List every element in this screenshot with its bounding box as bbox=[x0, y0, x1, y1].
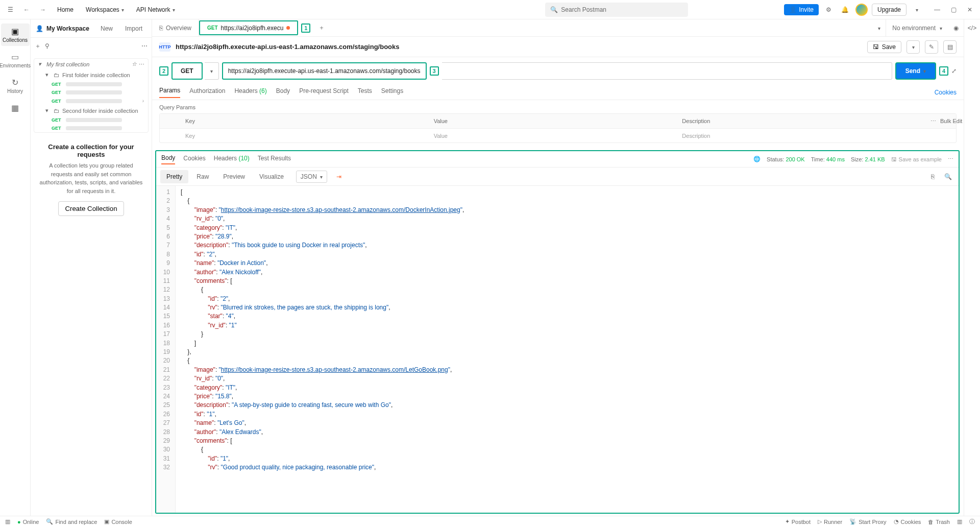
tab-overview[interactable]: ⎘ Overview bbox=[152, 19, 199, 36]
back-icon[interactable]: ← bbox=[20, 4, 33, 16]
footer-online[interactable]: ●Online bbox=[17, 519, 39, 525]
search-input[interactable]: 🔍 Search Postman bbox=[545, 3, 688, 17]
rail-history[interactable]: ↻ History bbox=[1, 75, 30, 97]
forward-icon[interactable]: → bbox=[37, 4, 49, 16]
menu-icon[interactable]: ☰ bbox=[4, 4, 16, 16]
qp-value-header: Value bbox=[429, 118, 677, 124]
url-input[interactable]: https://ai2jo8ipfh.execute-api.us-east-1… bbox=[222, 62, 427, 80]
window-maximize-icon[interactable]: ▢ bbox=[947, 4, 960, 16]
footer-panel-icon[interactable]: ▥ bbox=[5, 518, 10, 525]
api-network-dropdown[interactable]: API Network bbox=[132, 4, 179, 15]
collection-more-icon[interactable]: ⋯ bbox=[138, 61, 144, 67]
subtab-authorization[interactable]: Authorization bbox=[189, 87, 225, 98]
workspace-name[interactable]: 👤 My Workspace bbox=[36, 25, 92, 32]
view-preview[interactable]: Preview bbox=[217, 170, 251, 183]
window-minimize-icon[interactable]: — bbox=[931, 4, 943, 16]
edit-icon[interactable]: ✎ bbox=[925, 40, 938, 54]
expand-icon[interactable]: ⤢ bbox=[951, 67, 957, 75]
method-select[interactable]: GET bbox=[172, 62, 203, 80]
resp-tab-cookies[interactable]: Cookies bbox=[183, 155, 205, 164]
footer-help-icon[interactable]: ⓘ bbox=[969, 518, 975, 525]
import-button[interactable]: Import bbox=[121, 23, 146, 34]
subtab-body[interactable]: Body bbox=[276, 87, 290, 98]
save-button[interactable]: 🖫 Save bbox=[867, 41, 901, 53]
star-icon[interactable]: ☆ bbox=[132, 61, 137, 67]
code-snippet-icon[interactable]: </> bbox=[968, 25, 976, 32]
view-raw[interactable]: Raw bbox=[190, 170, 215, 183]
save-as-example-button[interactable]: 🖫Save as example bbox=[891, 156, 942, 162]
resp-tab-body[interactable]: Body bbox=[161, 154, 175, 164]
request-row[interactable]: GET bbox=[34, 124, 148, 132]
footer-trash[interactable]: 🗑Trash bbox=[928, 519, 950, 525]
cookies-link[interactable]: Cookies bbox=[935, 89, 957, 96]
url-input-rest[interactable] bbox=[442, 62, 892, 80]
subtab-params[interactable]: Params bbox=[159, 87, 180, 98]
collection-row[interactable]: ▾My first collection ☆ ⋯ bbox=[34, 59, 148, 69]
search-placeholder: Search Postman bbox=[561, 6, 606, 13]
view-pretty[interactable]: Pretty bbox=[160, 170, 188, 183]
footer-cookies[interactable]: ◔Cookies bbox=[894, 518, 921, 525]
rail-collections[interactable]: ▣ Collections bbox=[1, 23, 30, 46]
footer-postbot[interactable]: ✦Postbot bbox=[785, 518, 811, 525]
request-row[interactable]: GET› bbox=[34, 97, 148, 105]
footer-console[interactable]: ▣Console bbox=[104, 518, 132, 525]
copy-icon[interactable]: ⎘ bbox=[926, 170, 939, 183]
window-close-icon[interactable]: ✕ bbox=[964, 4, 976, 16]
folder-row-2[interactable]: ▾🗀 Second folder inside collection bbox=[34, 105, 148, 116]
environment-label: No environment bbox=[892, 25, 936, 32]
invite-button[interactable]: 👤 Invite bbox=[784, 4, 819, 15]
footer-runner[interactable]: ▷Runner bbox=[818, 518, 842, 525]
footer-find-replace[interactable]: 🔍Find and replace bbox=[46, 518, 97, 525]
environment-select[interactable]: No environment bbox=[886, 19, 948, 36]
callout-1: 1 bbox=[301, 23, 310, 33]
subtab-settings[interactable]: Settings bbox=[381, 87, 403, 98]
save-chevron[interactable] bbox=[906, 40, 920, 54]
subtab-tests[interactable]: Tests bbox=[358, 87, 372, 98]
rail-environments[interactable]: ▭ Environments bbox=[1, 49, 30, 71]
upgrade-chevron[interactable] bbox=[911, 4, 923, 16]
wrap-lines-icon[interactable]: ⇥ bbox=[332, 170, 346, 183]
qp-key-input[interactable]: Key bbox=[180, 133, 429, 139]
footer-layout-icon[interactable]: ▥ bbox=[957, 518, 962, 525]
upgrade-button[interactable]: Upgrade bbox=[872, 4, 906, 16]
request-row[interactable]: GET bbox=[34, 116, 148, 124]
view-visualize[interactable]: Visualize bbox=[253, 170, 290, 183]
folder-row-1[interactable]: ▾🗀 First folder inside collection bbox=[34, 69, 148, 80]
resp-more-icon[interactable]: ⋯ bbox=[948, 156, 953, 162]
home-link[interactable]: Home bbox=[53, 4, 78, 15]
filter-icon[interactable]: ⚲ bbox=[45, 42, 50, 50]
console-icon: ▣ bbox=[104, 518, 109, 525]
new-tab-button[interactable]: ＋ bbox=[313, 19, 330, 36]
workspaces-dropdown[interactable]: Workspaces bbox=[82, 4, 128, 15]
resp-tab-headers[interactable]: Headers (10) bbox=[214, 155, 250, 164]
format-select[interactable]: JSON bbox=[296, 171, 327, 183]
tabs-chevron[interactable] bbox=[873, 19, 886, 36]
rail-more[interactable]: ▦ bbox=[1, 100, 30, 116]
bulk-edit-link[interactable]: Bulk Edit bbox=[940, 118, 962, 124]
method-chevron[interactable] bbox=[205, 62, 219, 80]
settings-icon[interactable]: ⚙ bbox=[823, 4, 835, 16]
notifications-icon[interactable]: 🔔 bbox=[839, 4, 851, 16]
avatar[interactable] bbox=[855, 4, 868, 16]
footer-start-proxy[interactable]: 📡Start Proxy bbox=[849, 518, 886, 525]
qp-desc-input[interactable]: Description bbox=[677, 133, 925, 139]
qp-options-icon[interactable]: ⋯ bbox=[930, 118, 936, 124]
env-quicklook-icon[interactable]: ◉ bbox=[948, 19, 964, 36]
create-collection-button[interactable]: Create Collection bbox=[58, 201, 124, 216]
resp-tab-tests[interactable]: Test Results bbox=[258, 155, 291, 164]
callout-2: 2 bbox=[159, 66, 168, 76]
comments-icon[interactable]: ▤ bbox=[943, 40, 957, 54]
request-row[interactable]: GET bbox=[34, 88, 148, 97]
subtab-headers[interactable]: Headers (6) bbox=[234, 87, 266, 98]
qp-value-input[interactable]: Value bbox=[429, 133, 677, 139]
tab-request[interactable]: GET https://ai2jo8ipfh.execu bbox=[199, 20, 298, 35]
add-icon[interactable]: ＋ bbox=[35, 42, 41, 51]
send-button[interactable]: Send bbox=[895, 62, 936, 80]
search-response-icon[interactable]: 🔍 bbox=[941, 170, 954, 183]
folder-icon: 🗀 bbox=[54, 108, 59, 114]
request-row[interactable]: GET bbox=[34, 80, 148, 88]
new-button[interactable]: New bbox=[96, 23, 117, 34]
code-body[interactable]: [ { "image": "https://book-image-resize-… bbox=[176, 186, 469, 513]
sidebar-more-icon[interactable]: ⋯ bbox=[141, 42, 148, 50]
subtab-prerequest[interactable]: Pre-request Script bbox=[299, 87, 349, 98]
